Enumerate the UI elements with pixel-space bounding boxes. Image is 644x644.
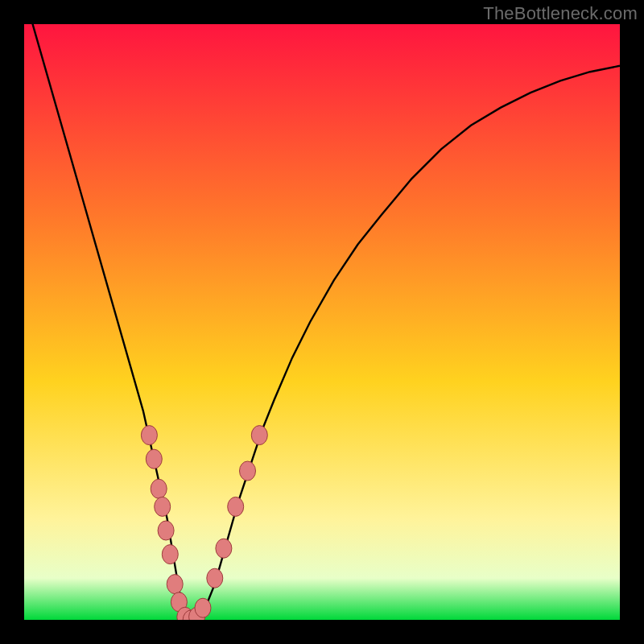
curve-marker xyxy=(158,521,174,540)
curve-marker xyxy=(216,539,232,558)
curve-marker xyxy=(228,497,244,516)
curve-marker xyxy=(155,497,171,516)
plot-area xyxy=(24,24,620,620)
curve-marker xyxy=(207,568,223,588)
curve-marker xyxy=(195,598,211,617)
curve-marker xyxy=(162,545,178,564)
watermark-text: TheBottleneck.com xyxy=(483,3,638,24)
curve-marker xyxy=(151,479,167,498)
curve-marker xyxy=(240,461,256,481)
chart-svg xyxy=(24,24,620,620)
curve-marker xyxy=(146,449,162,469)
curve-marker xyxy=(141,426,157,445)
chart-frame: TheBottleneck.com xyxy=(0,0,644,644)
curve-marker xyxy=(167,575,183,594)
gradient-background xyxy=(24,24,620,620)
curve-marker xyxy=(251,426,267,445)
